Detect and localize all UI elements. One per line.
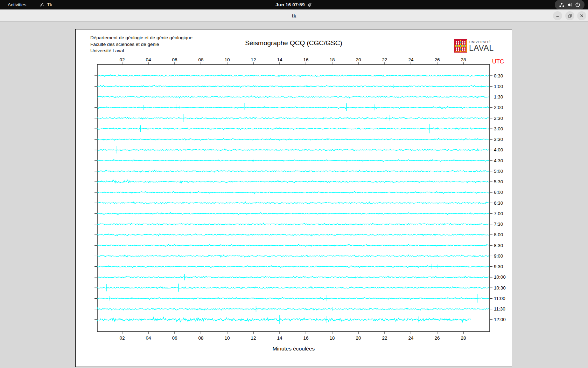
seismo-trace-row bbox=[98, 75, 489, 77]
utc-row-label: 7:30 bbox=[494, 222, 503, 227]
x-tick-label-top: 22 bbox=[382, 57, 387, 62]
utc-row-label: 2:00 bbox=[494, 105, 503, 110]
seismo-trace-row bbox=[98, 212, 489, 214]
utc-row-label: 11:30 bbox=[494, 306, 505, 312]
seismo-trace-row bbox=[98, 202, 489, 204]
seismo-trace-row bbox=[98, 298, 489, 300]
utc-row-label: 9:00 bbox=[494, 253, 503, 259]
power-icon bbox=[575, 2, 580, 7]
utc-row-label: 10:30 bbox=[494, 285, 506, 291]
gnome-top-bar: Activities Tk Jun 16 07:59 bbox=[0, 0, 588, 9]
minimize-icon bbox=[555, 14, 560, 18]
x-axis-label: Minutes écoulées bbox=[76, 346, 512, 352]
seismo-trace-row bbox=[98, 317, 471, 322]
seismograph-canvas: Département de géologie et de génie géol… bbox=[75, 29, 512, 367]
clock-button[interactable]: Jun 16 07:59 bbox=[275, 0, 312, 9]
x-tick-label-bottom: 22 bbox=[382, 335, 387, 341]
seismo-trace-row bbox=[98, 223, 489, 225]
quick-settings-button[interactable] bbox=[555, 0, 584, 9]
utc-row-label: 11:00 bbox=[494, 296, 505, 301]
x-tick-label-bottom: 18 bbox=[329, 335, 335, 341]
x-tick-label-top: 04 bbox=[146, 57, 151, 62]
plot-frame bbox=[97, 64, 490, 332]
network-icon bbox=[559, 2, 565, 8]
window-titlebar: tk bbox=[0, 9, 588, 22]
seismo-trace-row bbox=[98, 244, 489, 246]
seismo-trace-row bbox=[98, 234, 489, 236]
utc-row-label: 0:30 bbox=[494, 73, 503, 79]
window-body: Département de géologie et de génie géol… bbox=[0, 22, 588, 368]
seismo-trace-row bbox=[98, 159, 489, 162]
utc-row-label: 3:30 bbox=[494, 137, 503, 142]
x-tick-label-bottom: 28 bbox=[461, 335, 466, 341]
seismo-trace-row bbox=[98, 266, 489, 268]
seismogram-plot: 0202040406060808101012121414161618182020… bbox=[76, 29, 512, 367]
x-tick-label-top: 08 bbox=[198, 57, 203, 62]
utc-row-label: 4:30 bbox=[494, 158, 503, 163]
window-title: tk bbox=[0, 9, 588, 22]
maximize-icon bbox=[568, 14, 572, 18]
x-tick-label-bottom: 02 bbox=[119, 335, 125, 341]
close-icon bbox=[580, 14, 584, 18]
utc-row-label: 1:00 bbox=[494, 84, 503, 89]
volume-icon bbox=[567, 2, 573, 8]
close-button[interactable] bbox=[577, 11, 586, 20]
x-tick-label-top: 28 bbox=[461, 57, 466, 62]
utc-row-label: 2:30 bbox=[494, 116, 503, 121]
utc-row-label: 3:00 bbox=[494, 126, 503, 131]
x-tick-label-top: 06 bbox=[172, 57, 177, 62]
seismo-trace-row bbox=[98, 308, 489, 310]
seismo-trace-row bbox=[98, 117, 489, 119]
x-tick-label-top: 16 bbox=[303, 57, 308, 62]
x-tick-label-bottom: 10 bbox=[224, 335, 230, 341]
utc-row-label: 5:30 bbox=[494, 179, 503, 184]
x-tick-label-bottom: 08 bbox=[198, 335, 203, 341]
x-tick-label-bottom: 12 bbox=[251, 335, 256, 341]
clock-label: Jun 16 07:59 bbox=[275, 2, 304, 7]
seismo-trace-row bbox=[98, 255, 489, 257]
x-tick-label-top: 24 bbox=[408, 57, 414, 62]
utc-row-label: 9:30 bbox=[494, 264, 503, 269]
x-tick-label-bottom: 06 bbox=[172, 335, 177, 341]
activities-button[interactable]: Activities bbox=[5, 0, 29, 9]
activities-label: Activities bbox=[8, 2, 26, 7]
x-tick-label-bottom: 24 bbox=[408, 335, 414, 341]
x-tick-label-bottom: 26 bbox=[434, 335, 440, 341]
x-tick-label-bottom: 20 bbox=[356, 335, 361, 341]
seismo-trace-row bbox=[98, 180, 489, 183]
utc-row-label: 8:30 bbox=[494, 243, 503, 248]
utc-axis-title: UTC bbox=[492, 58, 504, 64]
x-tick-label-bottom: 14 bbox=[277, 335, 282, 341]
x-tick-label-top: 10 bbox=[224, 57, 230, 62]
minimize-button[interactable] bbox=[553, 11, 562, 20]
utc-row-label: 5:00 bbox=[494, 169, 503, 174]
maximize-button[interactable] bbox=[565, 11, 574, 20]
x-tick-label-top: 02 bbox=[119, 57, 125, 62]
seismo-trace-row bbox=[98, 85, 489, 87]
tk-icon bbox=[39, 2, 44, 7]
x-tick-label-bottom: 16 bbox=[303, 335, 308, 341]
utc-row-label: 6:00 bbox=[494, 190, 503, 195]
seismo-trace-row bbox=[98, 96, 489, 98]
app-menu-button[interactable]: Tk bbox=[37, 0, 54, 9]
utc-row-label: 12:00 bbox=[494, 317, 506, 322]
seismo-trace-row bbox=[98, 149, 489, 151]
utc-row-label: 1:30 bbox=[494, 94, 503, 100]
seismo-trace-row bbox=[98, 170, 489, 172]
seismo-trace-row bbox=[98, 287, 489, 289]
x-tick-label-top: 18 bbox=[329, 57, 335, 62]
seismo-trace-row bbox=[98, 107, 489, 109]
seismo-trace-row bbox=[98, 276, 489, 278]
x-tick-label-top: 14 bbox=[277, 57, 282, 62]
utc-row-label: 4:00 bbox=[494, 147, 503, 152]
x-tick-label-top: 12 bbox=[251, 57, 256, 62]
seismo-trace-row bbox=[98, 191, 489, 193]
app-menu-label: Tk bbox=[47, 2, 52, 7]
utc-row-label: 8:00 bbox=[494, 232, 503, 237]
x-tick-label-top: 20 bbox=[356, 57, 361, 62]
bell-muted-icon bbox=[307, 2, 313, 7]
x-tick-label-bottom: 04 bbox=[146, 335, 151, 341]
seismo-trace-row bbox=[98, 138, 489, 141]
x-tick-label-top: 26 bbox=[434, 57, 440, 62]
seismo-trace-row bbox=[98, 128, 489, 130]
